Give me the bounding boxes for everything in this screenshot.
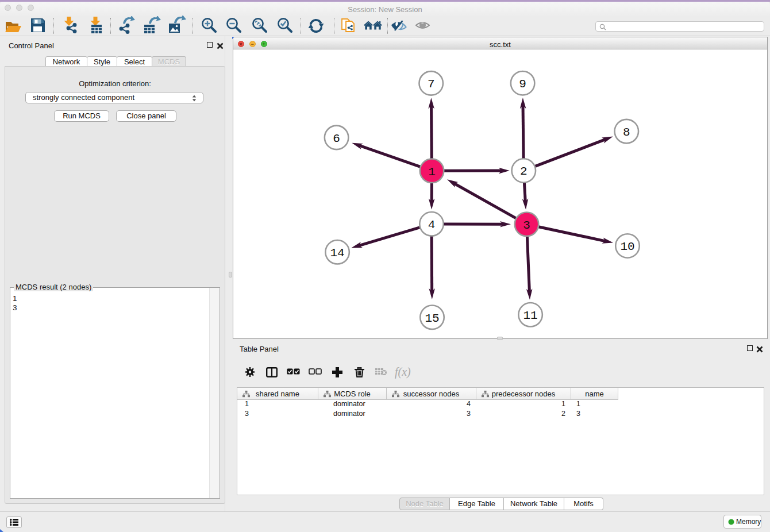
svg-text:4: 4 <box>428 218 436 232</box>
svg-text:15: 15 <box>425 312 439 325</box>
svg-text:6: 6 <box>333 132 340 145</box>
svg-text:7: 7 <box>428 78 435 91</box>
svg-text:3: 3 <box>523 219 530 232</box>
svg-text:9: 9 <box>519 78 526 91</box>
svg-text:14: 14 <box>330 246 344 260</box>
svg-text:1: 1 <box>428 165 436 179</box>
svg-text:8: 8 <box>623 126 630 139</box>
svg-text:10: 10 <box>620 240 634 253</box>
svg-text:2: 2 <box>520 165 528 178</box>
svg-text:11: 11 <box>523 309 537 322</box>
